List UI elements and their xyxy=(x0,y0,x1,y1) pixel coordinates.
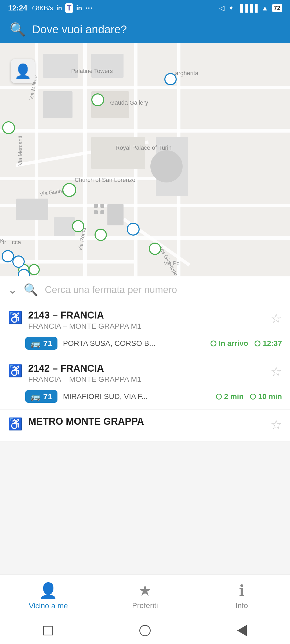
time-label-1: 12:37 xyxy=(255,339,282,348)
blue-stop-2[interactable] xyxy=(127,223,140,236)
android-recents-triangle[interactable] xyxy=(237,625,247,636)
map-label-church: Church of San Lorenzo xyxy=(75,177,135,184)
status-left: 12:24 7,8KB/s in T in ··· xyxy=(8,3,93,13)
stop-header-left-3: ♿ METRO MONTE GRAPPA xyxy=(8,416,270,431)
stop-title-1: 2143 – FRANCIA FRANCIA – MONTE GRAPPA M1 xyxy=(28,310,141,331)
street-via-po: Via Po xyxy=(164,260,180,266)
wheelchair-icon-2: ♿ xyxy=(8,364,23,378)
person-icon: 👤 xyxy=(39,582,58,599)
bottom-nav: 👤 Vicino a me ★ Preferiti ℹ Info xyxy=(0,574,290,617)
bus-icon-1: 🚌 xyxy=(31,339,41,348)
signal-icon: ▐▐▐▐ xyxy=(238,4,258,12)
app-icons: in xyxy=(56,4,62,12)
favorite-star-1[interactable]: ☆ xyxy=(270,311,282,326)
stop-header-1: ♿ 2143 – FRANCIA FRANCIA – MONTE GRAPPA … xyxy=(8,310,282,331)
nav-item-info[interactable]: ℹ Info xyxy=(193,582,290,610)
app-icon-2: T xyxy=(65,3,73,13)
stop-search-bar[interactable]: ⌄ 🔍 Cerca una fermata per numero xyxy=(0,276,290,303)
nav-label-info: Info xyxy=(235,601,248,610)
bus-icon-2: 🚌 xyxy=(31,392,41,401)
stop-name-1: 2143 – FRANCIA xyxy=(28,310,141,321)
stop-item-1[interactable]: ♿ 2143 – FRANCIA FRANCIA – MONTE GRAPPA … xyxy=(0,303,290,356)
map-label-tr: tr xyxy=(3,239,6,246)
profile-icon: 👤 xyxy=(14,63,32,79)
route-badge-1: 🚌 71 xyxy=(25,337,57,350)
stop-header-3: ♿ METRO MONTE GRAPPA ☆ xyxy=(8,416,282,432)
map-label-palatine: Palatine Towers xyxy=(71,68,113,75)
wheelchair-icon-1: ♿ xyxy=(8,311,23,325)
map-label-margherita: argherita xyxy=(175,70,198,77)
green-stop-1[interactable] xyxy=(91,93,104,106)
map-label-cca: cca xyxy=(12,239,21,246)
app-icon-3: in xyxy=(76,4,82,12)
arrival-times-2: 2 min 10 min xyxy=(216,392,282,401)
stop-subtitle-1: FRANCIA – MONTE GRAPPA M1 xyxy=(28,322,141,331)
stop-header-left-1: ♿ 2143 – FRANCIA FRANCIA – MONTE GRAPPA … xyxy=(8,310,270,331)
search-stop-icon: 🔍 xyxy=(24,283,38,297)
bluetooth-icon: ✦ xyxy=(228,4,234,12)
stop-title-3: METRO MONTE GRAPPA xyxy=(28,416,144,427)
wifi-icon: ▲ xyxy=(262,4,269,12)
profile-button[interactable]: 👤 xyxy=(11,59,35,83)
green-stop-6[interactable] xyxy=(149,243,161,255)
street-via-mercanti: Via Mercanti xyxy=(17,136,23,166)
arrival-label-2: 2 min xyxy=(216,392,244,401)
status-bar: 12:24 7,8KB/s in T in ··· ◁ ✦ ▐▐▐▐ ▲ 72 xyxy=(0,0,290,16)
stop-search-input[interactable]: Cerca una fermata per numero xyxy=(45,284,177,295)
stop-subtitle-2: FRANCIA – MONTE GRAPPA M1 xyxy=(28,375,141,384)
android-home-circle[interactable] xyxy=(139,625,151,636)
chevron-down-icon[interactable]: ⌄ xyxy=(8,284,17,296)
android-nav-bar xyxy=(0,617,290,644)
arrival-label-1: In arrivo xyxy=(211,339,248,348)
route-dest-1: PORTA SUSA, CORSO B... xyxy=(63,339,205,348)
map-label-royal: Royal Palace of Turin xyxy=(115,144,172,151)
stop-name-3: METRO MONTE GRAPPA xyxy=(28,416,144,427)
map-area[interactable]: Palatine Towers Gauda Gallery Royal Pala… xyxy=(0,43,290,276)
stop-item-2[interactable]: ♿ 2142 – FRANCIA FRANCIA – MONTE GRAPPA … xyxy=(0,356,290,409)
favorite-star-3[interactable]: ☆ xyxy=(270,417,282,432)
wheelchair-icon-3: ♿ xyxy=(8,417,23,431)
stop-item-3[interactable]: ♿ METRO MONTE GRAPPA ☆ xyxy=(0,409,290,441)
stop-header-left-2: ♿ 2142 – FRANCIA FRANCIA – MONTE GRAPPA … xyxy=(8,363,270,384)
route-badge-2: 🚌 71 xyxy=(25,390,57,403)
map-label-gauda: Gauda Gallery xyxy=(110,99,148,106)
time-label: 12:24 xyxy=(8,4,27,12)
map-dots xyxy=(94,204,104,214)
stop-list: ♿ 2143 – FRANCIA FRANCIA – MONTE GRAPPA … xyxy=(0,303,290,441)
location-icon: ◁ xyxy=(219,4,224,12)
star-icon: ★ xyxy=(138,582,152,599)
nav-item-nearby[interactable]: 👤 Vicino a me xyxy=(0,582,97,610)
blue-stop-1[interactable] xyxy=(164,73,177,85)
search-input-placeholder[interactable]: Dove vuoi andare? xyxy=(32,23,127,36)
arrival-times-1: In arrivo 12:37 xyxy=(211,339,282,348)
green-stop-3[interactable] xyxy=(62,183,76,197)
info-icon: ℹ xyxy=(239,582,245,599)
search-icon: 🔍 xyxy=(10,22,26,37)
nav-item-favorites[interactable]: ★ Preferiti xyxy=(97,582,193,610)
nav-label-favorites: Preferiti xyxy=(132,601,158,610)
battery-icon: 72 xyxy=(272,4,282,12)
nav-label-nearby: Vicino a me xyxy=(29,602,68,610)
green-stop-8[interactable] xyxy=(28,264,40,275)
stop-name-2: 2142 – FRANCIA xyxy=(28,363,141,374)
more-dots: ··· xyxy=(85,4,93,12)
status-right: ◁ ✦ ▐▐▐▐ ▲ 72 xyxy=(219,4,282,12)
stop-title-2: 2142 – FRANCIA FRANCIA – MONTE GRAPPA M1 xyxy=(28,363,141,384)
route-row-2[interactable]: 🚌 71 MIRAFIORI SUD, VIA F... 2 min 10 mi… xyxy=(8,386,282,403)
route-dest-2: MIRAFIORI SUD, VIA F... xyxy=(63,392,211,401)
green-stop-2[interactable] xyxy=(2,121,15,134)
favorite-star-2[interactable]: ☆ xyxy=(270,364,282,379)
blue-stop-4[interactable] xyxy=(12,255,25,268)
speed-label: 7,8KB/s xyxy=(31,4,53,12)
time-label-2: 10 min xyxy=(250,392,282,401)
green-stop-5[interactable] xyxy=(95,229,107,241)
green-stop-4[interactable] xyxy=(72,220,84,232)
blue-stop-3[interactable] xyxy=(2,250,14,262)
android-back-square[interactable] xyxy=(43,626,53,635)
route-row-1[interactable]: 🚌 71 PORTA SUSA, CORSO B... In arrivo 12… xyxy=(8,333,282,350)
map-background xyxy=(0,43,290,276)
stop-header-2: ♿ 2142 – FRANCIA FRANCIA – MONTE GRAPPA … xyxy=(8,363,282,384)
search-bar[interactable]: 🔍 Dove vuoi andare? xyxy=(0,16,290,43)
